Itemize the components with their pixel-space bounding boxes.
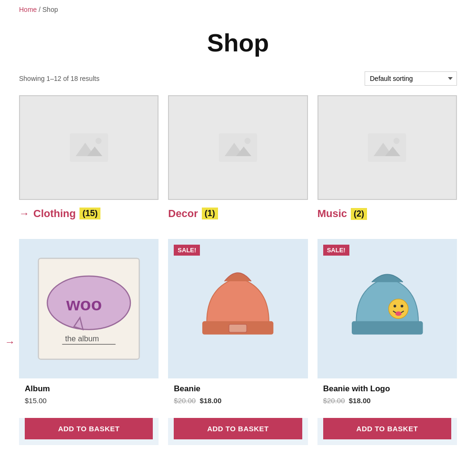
category-count-decor: (1) xyxy=(202,208,218,219)
sale-badge-beanie-logo: SALE! xyxy=(323,245,349,256)
product-info-beanie: Beanie $20.00 $18.00 xyxy=(168,378,307,418)
svg-rect-8 xyxy=(368,133,406,162)
breadcrumb-separator: / xyxy=(39,6,42,13)
category-image-decor xyxy=(168,95,307,200)
add-to-basket-beanie[interactable]: ADD TO BASKET xyxy=(174,418,302,439)
price-sale-beanie: $18.00 xyxy=(199,397,221,405)
sale-badge-beanie: SALE! xyxy=(174,245,200,256)
product-price-album: $15.00 xyxy=(25,397,153,405)
page-title: Shop xyxy=(0,29,476,57)
category-card-music: Music (2) xyxy=(317,95,457,220)
category-grid: → Clothing (15) Decor (1) xyxy=(0,95,476,239)
product-grid: → woo the album Album xyxy=(0,239,476,464)
placeholder-mountain-icon-music xyxy=(368,133,406,162)
svg-point-22 xyxy=(393,305,396,307)
product-info-beanie-logo: Beanie with Logo $20.00 $18.00 xyxy=(317,378,457,418)
product-card-beanie-logo: SALE! xyxy=(317,239,457,445)
svg-rect-20 xyxy=(352,321,423,335)
category-card-clothing: → Clothing (15) xyxy=(19,95,159,220)
category-row-clothing: → Clothing (15) xyxy=(19,208,100,220)
svg-point-23 xyxy=(400,305,403,307)
svg-text:the  album: the album xyxy=(65,334,99,343)
category-image-music xyxy=(317,95,457,200)
shop-toolbar: Showing 1–12 of 18 results Default sorti… xyxy=(0,71,476,95)
result-count: Showing 1–12 of 18 results xyxy=(19,75,99,82)
product-name-beanie-logo: Beanie with Logo xyxy=(323,384,451,394)
category-row-decor: Decor (1) xyxy=(168,208,218,220)
svg-rect-4 xyxy=(219,133,257,162)
product-card-album: woo the album Album $15.00 ADD TO BASKET xyxy=(19,239,159,445)
add-to-basket-beanie-logo[interactable]: ADD TO BASKET xyxy=(323,418,451,439)
svg-text:woo: woo xyxy=(66,294,102,314)
breadcrumb: Home / Shop xyxy=(0,0,476,19)
category-card-decor: Decor (1) xyxy=(168,95,307,220)
product-price-beanie-logo: $20.00 $18.00 xyxy=(323,397,451,405)
price-original-beanie-logo: $20.00 xyxy=(323,397,345,405)
product-image-beanie-logo: SALE! xyxy=(317,239,457,378)
product-name-beanie: Beanie xyxy=(174,384,302,394)
category-name-clothing: Clothing xyxy=(33,208,76,220)
category-link-clothing[interactable]: Clothing (15) xyxy=(33,208,100,220)
category-link-music[interactable]: Music (2) xyxy=(317,208,367,220)
product-image-album: woo the album xyxy=(19,239,159,378)
category-name-music: Music xyxy=(317,208,347,220)
sort-select[interactable]: Default sorting Sort by popularity Sort … xyxy=(365,71,457,86)
arrow-indicator-clothing: → xyxy=(19,208,30,220)
svg-point-24 xyxy=(395,311,401,316)
svg-point-3 xyxy=(95,138,101,144)
category-count-music: (2) xyxy=(351,208,367,220)
product-name-album: Album xyxy=(25,384,153,394)
svg-rect-19 xyxy=(229,324,247,332)
arrow-indicator-album: → xyxy=(5,336,15,348)
add-to-basket-album[interactable]: ADD TO BASKET xyxy=(25,418,153,439)
category-count-clothing: (15) xyxy=(79,208,100,219)
breadcrumb-current: Shop xyxy=(42,6,58,13)
product-price-beanie: $20.00 $18.00 xyxy=(174,397,302,405)
product-info-album: Album $15.00 xyxy=(19,378,159,418)
breadcrumb-home-link[interactable]: Home xyxy=(19,6,37,13)
category-row-music: Music (2) xyxy=(317,208,367,220)
placeholder-mountain-icon-decor xyxy=(219,133,257,162)
svg-point-11 xyxy=(394,138,400,144)
product-card-beanie: SALE! Beanie $20.00 $18.00 xyxy=(168,239,307,445)
product-image-beanie: SALE! xyxy=(168,239,307,378)
svg-rect-0 xyxy=(70,133,108,162)
category-link-decor[interactable]: Decor (1) xyxy=(168,208,218,220)
product-wrapper-beanie: SALE! Beanie $20.00 $18.00 xyxy=(168,239,307,445)
svg-point-7 xyxy=(245,138,251,144)
price-sale-beanie-logo: $18.00 xyxy=(349,397,371,405)
product-wrapper-album: → woo the album Album xyxy=(19,239,159,445)
category-name-decor: Decor xyxy=(168,208,198,220)
category-image-clothing xyxy=(19,95,159,200)
price-original-beanie: $20.00 xyxy=(174,397,196,405)
product-wrapper-beanie-logo: SALE! xyxy=(317,239,457,445)
placeholder-mountain-icon xyxy=(70,133,108,162)
